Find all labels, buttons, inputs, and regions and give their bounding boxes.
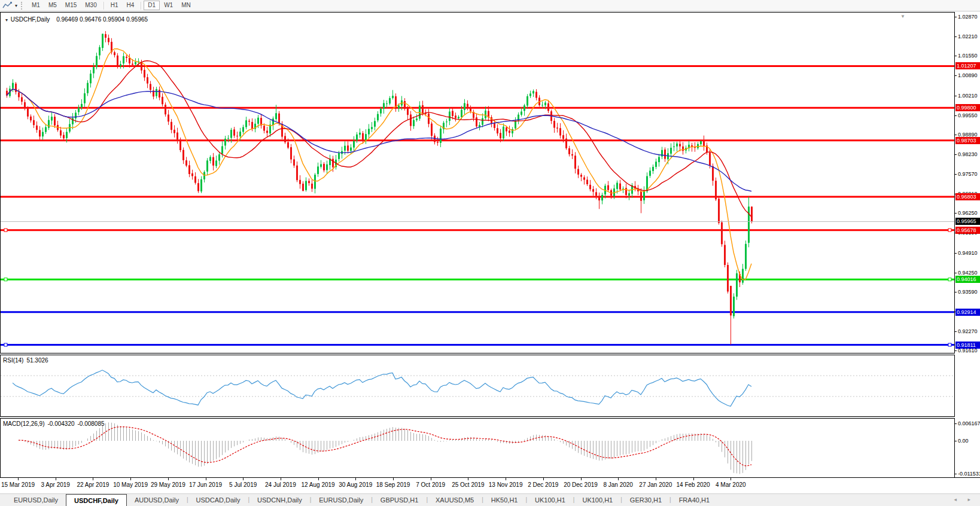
- price-axis-tick-mark: [955, 56, 957, 56]
- chart-tab-eurusd-daily[interactable]: EURUSD,Daily: [311, 494, 371, 506]
- toolbar-separator: [104, 2, 104, 10]
- price-axis-tick-label: 1.00890: [958, 72, 978, 78]
- timeframe-button-h4[interactable]: H4: [123, 1, 139, 10]
- macd-axis-tick-mark: [955, 441, 957, 441]
- price-tag-level: 1.01207: [955, 62, 980, 69]
- chart-tab-gbpusd-h1[interactable]: GBPUSD,H1: [373, 494, 427, 506]
- price-axis-tick-label: 0.97570: [958, 171, 978, 177]
- chart-tab-uk100-h1[interactable]: UK100,H1: [527, 494, 573, 506]
- macd-indicator-panel[interactable]: MACD(12,26,9)-0.004320-0.008085: [0, 418, 955, 478]
- line-anchor-handle[interactable]: [4, 343, 7, 346]
- chart-tab-eurusd-daily[interactable]: EURUSD,Daily: [6, 494, 66, 506]
- chart-tab-usdchf-daily[interactable]: USDCHF,Daily: [66, 494, 127, 506]
- macd-axis-tick-mark: [955, 474, 957, 474]
- toolbar-separator: [141, 2, 141, 10]
- timeframe-button-h1[interactable]: H1: [106, 1, 123, 10]
- timeframe-button-m30[interactable]: M30: [81, 1, 101, 10]
- macd-histogram: [19, 422, 752, 474]
- chart-symbol-label: USDCHF,Daily: [11, 16, 50, 23]
- date-axis-tick-mark: [731, 478, 731, 480]
- chart-context-dropdown-icon[interactable]: ▾: [5, 17, 8, 23]
- chevron-down-icon[interactable]: ▾: [15, 3, 17, 8]
- price-axis-tick-mark: [955, 154, 957, 155]
- date-axis-tick-mark: [431, 478, 431, 480]
- price-axis-tick-label: 0.99550: [958, 112, 978, 118]
- line-anchor-handle[interactable]: [948, 228, 951, 231]
- line-anchor-handle[interactable]: [948, 343, 951, 346]
- chart-tab-usdcad-daily[interactable]: USDCAD,Daily: [188, 494, 248, 506]
- price-axis-tick-label: 0.91610: [958, 348, 978, 353]
- tab-scroll-arrows[interactable]: ◂ ▸: [954, 496, 975, 502]
- date-axis-tick-mark: [355, 478, 356, 480]
- price-axis-tick-label: 1.02210: [958, 33, 978, 39]
- chart-tab-fra40-h1[interactable]: FRA40,H1: [671, 494, 717, 506]
- rsi-current-value: 51.3026: [26, 357, 48, 364]
- price-axis-tick-label: 0.98230: [958, 151, 978, 157]
- chart-ohlc-quote: 0.96469 0.96476 0.95904 0.95965: [56, 16, 148, 23]
- top-toolbar: ▾ M1M5M15M30H1H4D1W1MN: [0, 0, 980, 11]
- date-axis-tick-mark: [656, 478, 656, 480]
- date-axis-tick-mark: [693, 478, 694, 480]
- price-axis-tick-mark: [955, 213, 957, 214]
- price-axis[interactable]: 1.028701.022101.015501.008901.002100.995…: [955, 12, 980, 478]
- line-anchor-handle[interactable]: [948, 278, 951, 281]
- price-axis-tick-mark: [955, 331, 957, 332]
- price-axis-tick-mark: [955, 96, 957, 96]
- rsi-label: RSI(14)51.3026: [3, 357, 51, 364]
- support-resistance-lines: [1, 66, 954, 345]
- price-tag-level: 0.99800: [955, 104, 980, 111]
- macd-current-value: -0.004320: [47, 420, 74, 427]
- date-axis-tick-mark: [168, 478, 169, 480]
- date-axis-tick-mark: [18, 478, 19, 480]
- chart-tab-hk50-h1[interactable]: HK50,H1: [483, 494, 526, 506]
- moving-average-8-line: [7, 49, 751, 280]
- main-chart-panel[interactable]: ▾ USDCHF,Daily 0.96469 0.96476 0.95904 0…: [0, 12, 955, 353]
- timeframe-button-d1[interactable]: D1: [144, 1, 160, 10]
- chart-cursor-icon[interactable]: [2, 1, 14, 10]
- chart-tab-bar: EURUSD,DailyUSDCHF,DailyAUDUSD,Daily|USD…: [0, 493, 980, 506]
- chart-title: ▾ USDCHF,Daily 0.96469 0.96476 0.95904 0…: [4, 16, 148, 23]
- price-axis-tick-mark: [955, 273, 957, 273]
- chart-shift-marker[interactable]: ▼: [900, 14, 905, 19]
- price-axis-tick-mark: [955, 174, 957, 175]
- timeframe-button-m5[interactable]: M5: [44, 1, 61, 10]
- date-axis[interactable]: 15 Mar 20193 Apr 201922 Apr 201910 May 2…: [0, 478, 980, 493]
- date-axis-tick-mark: [130, 478, 131, 480]
- rsi-canvas: [1, 355, 954, 416]
- price-axis-tick-mark: [955, 36, 957, 37]
- toolbar-grip-handle[interactable]: [21, 2, 24, 10]
- price-axis-tick-label: 0.93590: [958, 289, 978, 295]
- date-axis-tick-mark: [318, 478, 319, 480]
- timeframe-button-mn[interactable]: MN: [177, 1, 195, 10]
- chart-tab-usdcnh-daily[interactable]: USDCNH,Daily: [249, 494, 310, 506]
- line-anchor-handle[interactable]: [4, 228, 7, 231]
- date-axis-tick-label: 4 Mar 2020: [702, 481, 759, 488]
- price-axis-tick-mark: [955, 350, 957, 351]
- timeframe-button-m15[interactable]: M15: [61, 1, 81, 10]
- price-chart-canvas: [1, 13, 954, 353]
- price-axis-tick-mark: [955, 17, 957, 17]
- rsi-indicator-panel[interactable]: RSI(14)51.3026: [0, 355, 955, 417]
- price-tag-level: 0.91811: [955, 342, 980, 349]
- macd-axis-tick-label: 0.006167: [958, 420, 980, 426]
- price-axis-tick-mark: [955, 292, 957, 292]
- line-anchor-handle[interactable]: [4, 278, 7, 281]
- price-axis-tick-label: 1.02870: [958, 14, 978, 20]
- price-axis-tick-mark: [955, 75, 957, 76]
- price-axis-tick-mark: [955, 253, 957, 254]
- chart-tab-uk100-h1[interactable]: UK100,H1: [574, 494, 620, 506]
- price-axis-tick-mark: [955, 135, 957, 135]
- price-axis-tick-label: 1.00210: [958, 93, 978, 99]
- date-axis-tick-mark: [543, 478, 544, 480]
- timeframe-button-w1[interactable]: W1: [160, 1, 177, 10]
- timeframe-button-m1[interactable]: M1: [28, 1, 44, 10]
- date-axis-tick-mark: [468, 478, 468, 480]
- date-axis-tick-mark: [56, 478, 56, 480]
- chart-tab-audusd-daily[interactable]: AUDUSD,Daily: [127, 494, 187, 506]
- timeframe-button-group: M1M5M15M30H1H4D1W1MN: [28, 1, 195, 10]
- chart-tab-ger30-h1[interactable]: GER30,H1: [622, 494, 669, 506]
- macd-name: MACD(12,26,9): [3, 420, 44, 427]
- chart-tab-xauusd-m5[interactable]: XAUUSD,M5: [428, 494, 482, 506]
- macd-axis-tick-label: -0.011531: [958, 471, 980, 477]
- price-tag-current: 0.95965: [955, 218, 980, 225]
